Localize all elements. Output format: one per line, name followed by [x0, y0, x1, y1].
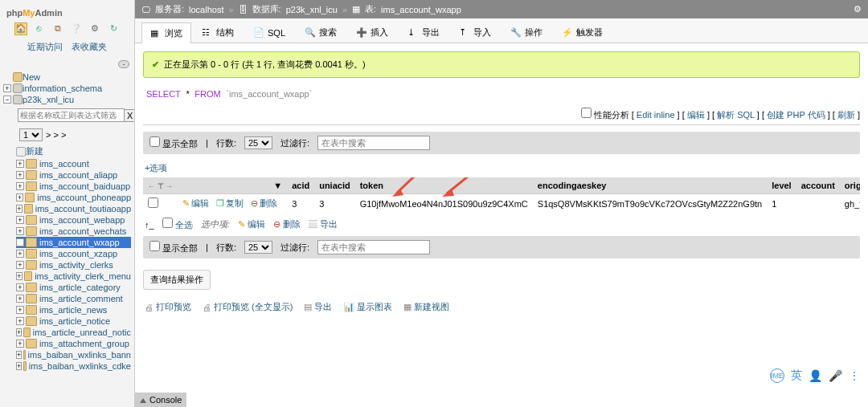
- filter-input[interactable]: [317, 136, 430, 150]
- recent-link[interactable]: 近期访问: [27, 42, 63, 51]
- expand-icon[interactable]: +: [16, 171, 24, 179]
- ime-indicator[interactable]: IME: [770, 368, 784, 383]
- db-link[interactable]: p23k_xnl_icu: [286, 5, 338, 14]
- page-settings-icon[interactable]: ⚙: [854, 4, 862, 14]
- show-all-checkbox-2[interactable]: [149, 241, 160, 251]
- expand-icon[interactable]: +: [16, 205, 23, 213]
- export-link[interactable]: ▤导出: [304, 301, 332, 313]
- tree-new-table[interactable]: 新建: [16, 144, 131, 158]
- tree-table[interactable]: + ims_activity_clerk_menu: [16, 271, 131, 282]
- print-link[interactable]: 🖨打印预览: [145, 301, 191, 313]
- expand-icon[interactable]: +: [16, 306, 24, 314]
- tree-table[interactable]: + ims_article_comment: [16, 293, 131, 304]
- profiling-checkbox[interactable]: [581, 108, 592, 118]
- row-checkbox[interactable]: [148, 197, 158, 208]
- ime-widget[interactable]: IME 英 👤 🎤 ⋮: [770, 368, 860, 383]
- tree-table[interactable]: + ims_account_toutiaoapp: [16, 203, 131, 214]
- expand-icon[interactable]: +: [16, 351, 22, 359]
- show-all-checkbox[interactable]: [149, 136, 160, 147]
- ime-lang[interactable]: 英: [791, 368, 802, 383]
- expand-icon[interactable]: +: [16, 340, 24, 348]
- view-link[interactable]: ▦新建视图: [403, 301, 449, 313]
- clear-filter-icon[interactable]: X: [124, 109, 134, 122]
- sel-export-link[interactable]: ▤ 导出: [309, 218, 338, 230]
- favorites-link[interactable]: 表收藏夹: [72, 42, 107, 51]
- expand-icon[interactable]: +: [16, 362, 22, 370]
- sel-edit-link[interactable]: ✎ 编辑: [238, 218, 265, 230]
- tab-search[interactable]: 🔍搜索: [296, 22, 346, 43]
- edit-inline-link[interactable]: Edit inline: [637, 110, 675, 120]
- expand-icon[interactable]: +: [16, 193, 23, 201]
- table-row[interactable]: ✎编辑 ❐复制 ⊖删除 3 3 G10jfMwoM1eo4N4nJ01S090u…: [143, 194, 860, 214]
- expand-icon[interactable]: −: [3, 96, 11, 104]
- row-copy-link[interactable]: ❐复制: [216, 197, 244, 210]
- php-link[interactable]: 创建 PHP 代码: [767, 110, 825, 120]
- col-header[interactable]: token: [355, 177, 533, 194]
- col-header[interactable]: level: [767, 177, 796, 194]
- expand-icon[interactable]: +: [16, 261, 24, 269]
- expand-icon[interactable]: +: [16, 227, 24, 235]
- docs-icon[interactable]: ❔: [70, 23, 83, 36]
- server-link[interactable]: localhost: [189, 5, 223, 14]
- chart-link[interactable]: 📊显示图表: [343, 301, 392, 313]
- tree-table[interactable]: + ims_activity_clerks: [16, 259, 131, 271]
- options-link[interactable]: +选项: [145, 163, 167, 173]
- col-header[interactable]: acid: [287, 177, 314, 194]
- tab-insert[interactable]: ➕插入: [347, 22, 397, 43]
- tree-new[interactable]: New: [3, 71, 131, 83]
- expand-icon[interactable]: +: [16, 250, 24, 258]
- table-link[interactable]: ims_account_wxapp: [381, 5, 461, 14]
- tree-db[interactable]: + information_schema: [3, 83, 131, 94]
- tree-table[interactable]: + ims_account_aliapp: [16, 169, 131, 181]
- tab-export[interactable]: ⤓导出: [399, 22, 448, 43]
- tree-table[interactable]: + ims_account_wechats: [16, 226, 131, 237]
- ime-mic-icon[interactable]: 🎤: [829, 369, 842, 382]
- sel-delete-link[interactable]: ⊖ 删除: [273, 218, 301, 230]
- expand-icon[interactable]: +: [16, 295, 24, 303]
- reload-icon[interactable]: ↻: [107, 23, 120, 36]
- col-header[interactable]: encodingaeskey: [533, 177, 767, 194]
- tab-import[interactable]: ⤒导入: [450, 22, 500, 43]
- filter-input-2[interactable]: [317, 240, 430, 254]
- rows-select[interactable]: 25: [244, 136, 272, 149]
- tree-table[interactable]: + ims_baiban_wxlinks_bann: [16, 349, 131, 360]
- page-next-link[interactable]: > > >: [46, 130, 66, 140]
- col-header[interactable]: account: [796, 177, 840, 194]
- expand-icon[interactable]: +: [16, 238, 24, 246]
- expand-icon[interactable]: +: [16, 328, 22, 336]
- expand-icon[interactable]: +: [16, 317, 24, 325]
- explain-link[interactable]: 解析 SQL: [717, 110, 755, 120]
- tree-table[interactable]: + ims_article_unread_notic: [16, 327, 131, 338]
- expand-icon[interactable]: +: [16, 182, 24, 190]
- expand-icon[interactable]: +: [16, 272, 23, 280]
- tab-sql[interactable]: 📄SQL: [244, 22, 294, 43]
- tab-browse[interactable]: ▦浏览: [141, 22, 191, 43]
- row-delete-link[interactable]: ⊖删除: [251, 197, 277, 210]
- tree-table[interactable]: + ims_account_wxapp: [16, 237, 131, 248]
- home-icon[interactable]: 🏠: [14, 22, 27, 35]
- print-full-link[interactable]: 🖨打印预览 (全文显示): [203, 301, 293, 313]
- logout-icon[interactable]: ⎋: [33, 23, 46, 36]
- collapse-toggle[interactable]: -: [118, 60, 129, 68]
- expand-icon[interactable]: +: [16, 283, 24, 291]
- tree-table[interactable]: + ims_baiban_wxlinks_cdke: [16, 360, 131, 372]
- rows-select-2[interactable]: 25: [244, 241, 272, 254]
- row-edit-link[interactable]: ✎编辑: [182, 197, 209, 210]
- ime-person-icon[interactable]: 👤: [809, 369, 822, 382]
- tree-table[interactable]: + ims_account_xzapp: [16, 248, 131, 259]
- tree-table[interactable]: + ims_article_news: [16, 304, 131, 315]
- tree-table[interactable]: + ims_account_phoneapp: [16, 192, 131, 203]
- tree-table[interactable]: + ims_account_webapp: [16, 214, 131, 226]
- refresh-link[interactable]: 刷新: [837, 110, 855, 120]
- tree-table[interactable]: + ims_account: [16, 158, 131, 169]
- page-select[interactable]: 1: [19, 128, 43, 141]
- logo[interactable]: phpMyAdmin: [0, 0, 134, 21]
- ime-menu-icon[interactable]: ⋮: [849, 369, 860, 382]
- expand-icon[interactable]: +: [16, 160, 24, 168]
- tree-db[interactable]: − p23k_xnl_icu: [3, 94, 131, 105]
- expand-icon[interactable]: +: [3, 84, 11, 92]
- tree-table[interactable]: + ims_article_category: [16, 282, 131, 293]
- tree-table[interactable]: + ims_attachment_group: [16, 338, 131, 349]
- col-header[interactable]: uniacid: [314, 177, 355, 194]
- table-filter-input[interactable]: [18, 108, 125, 122]
